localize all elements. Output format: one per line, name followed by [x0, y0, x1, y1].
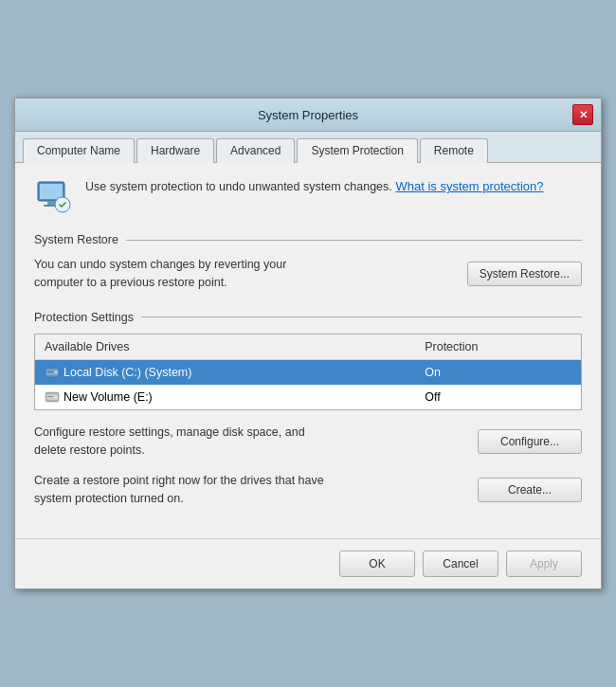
- ok-button[interactable]: OK: [339, 551, 415, 577]
- cancel-button[interactable]: Cancel: [423, 551, 498, 577]
- drive-icon: [45, 389, 60, 405]
- info-text-content: Use system protection to undo unwanted s…: [85, 178, 543, 196]
- close-button[interactable]: ✕: [572, 104, 593, 125]
- tab-advanced[interactable]: Advanced: [216, 138, 295, 163]
- tab-hardware[interactable]: Hardware: [136, 138, 214, 163]
- drive-protection-cell: On: [415, 359, 581, 385]
- system-restore-header: System Restore: [34, 233, 582, 246]
- system-restore-button[interactable]: System Restore...: [467, 262, 582, 286]
- apply-button[interactable]: Apply: [506, 551, 582, 577]
- protection-settings-header: Protection Settings: [34, 311, 582, 324]
- svg-rect-8: [47, 371, 53, 372]
- drive-name-cell: New Volume (E:): [35, 385, 416, 410]
- computer-icon: [34, 178, 72, 216]
- table-row[interactable]: Local Disk (C:) (System) On: [35, 359, 582, 385]
- window-title: System Properties: [44, 108, 572, 122]
- restore-row: You can undo system changes by reverting…: [34, 256, 582, 292]
- create-description: Create a restore point right now for the…: [34, 472, 337, 508]
- title-bar: System Properties ✕: [15, 99, 601, 132]
- what-is-system-protection-link[interactable]: What is system protection?: [395, 179, 543, 193]
- svg-point-11: [55, 395, 58, 398]
- tab-remote[interactable]: Remote: [420, 138, 488, 163]
- col-available-drives: Available Drives: [35, 334, 416, 359]
- table-row[interactable]: New Volume (E:) Off: [35, 385, 582, 410]
- configure-button[interactable]: Configure...: [478, 429, 582, 454]
- configure-description: Configure restore settings, manage disk …: [34, 424, 337, 460]
- svg-rect-2: [47, 201, 55, 205]
- svg-rect-12: [47, 396, 53, 397]
- svg-point-7: [55, 371, 58, 373]
- drive-protection-cell: Off: [415, 385, 581, 410]
- col-protection: Protection: [415, 334, 581, 359]
- footer: OK Cancel Apply: [15, 538, 601, 588]
- tab-bar: Computer Name Hardware Advanced System P…: [15, 132, 601, 163]
- protection-settings-section: Protection Settings Available Drives Pro…: [34, 311, 582, 508]
- tab-system-protection[interactable]: System Protection: [297, 138, 417, 163]
- info-box: Use system protection to undo unwanted s…: [34, 178, 582, 216]
- restore-description: You can undo system changes by reverting…: [34, 256, 337, 292]
- create-button[interactable]: Create...: [478, 478, 582, 502]
- drive-name-cell: Local Disk (C:) (System): [35, 359, 416, 385]
- system-properties-window: System Properties ✕ Computer Name Hardwa…: [14, 98, 602, 589]
- tab-computer-name[interactable]: Computer Name: [23, 138, 135, 163]
- create-row: Create a restore point right now for the…: [34, 472, 582, 508]
- svg-rect-1: [40, 184, 63, 199]
- configure-row: Configure restore settings, manage disk …: [34, 424, 582, 460]
- info-description: Use system protection to undo unwanted s…: [85, 180, 392, 193]
- drives-table: Available Drives Protection: [34, 334, 582, 410]
- tab-content: Use system protection to undo unwanted s…: [15, 163, 601, 538]
- hdd-icon: [45, 365, 60, 380]
- system-restore-section: System Restore You can undo system chang…: [34, 233, 582, 292]
